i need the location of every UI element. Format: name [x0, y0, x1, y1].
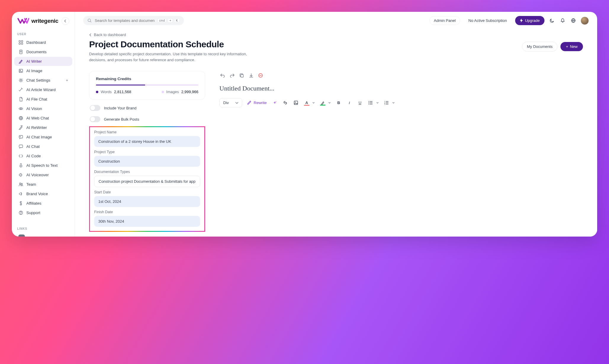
italic-icon[interactable]: I [347, 101, 352, 105]
image-icon[interactable] [293, 101, 299, 105]
sidebar-item-ai-chat-image[interactable]: AI Chat Image [14, 132, 72, 142]
sidebar-collapse-button[interactable] [62, 17, 69, 25]
logo-row: writegenic [12, 17, 75, 30]
eye-icon [18, 106, 23, 111]
svg-rect-28 [241, 75, 243, 77]
topbar: cmd+K Admin Panel No Active Subscription… [75, 12, 597, 30]
link-icon[interactable] [283, 101, 288, 105]
wand-icon [18, 87, 23, 92]
sidebar-item-ai-article-wizard[interactable]: AI Article Wizard [14, 85, 72, 94]
finish-date-input[interactable] [94, 216, 200, 227]
subscription-status[interactable]: No Active Subscription [464, 17, 511, 25]
logo[interactable]: writegenic [17, 18, 58, 24]
sidebar-item-ai-rewriter[interactable]: AI ReWriter [14, 123, 72, 132]
svg-point-16 [20, 136, 20, 137]
sidebar-item-team[interactable]: Team [14, 180, 72, 189]
block-type-select[interactable]: Div [219, 98, 242, 107]
highlight-icon[interactable] [320, 101, 325, 105]
plus-icon[interactable]: + [66, 78, 68, 82]
delete-icon[interactable] [258, 73, 263, 78]
underline-icon[interactable]: U [357, 101, 363, 105]
sidebar-item-ai-file-chat[interactable]: AI File Chat [14, 95, 72, 104]
plus-icon: + [566, 44, 568, 49]
sidebar-item-chat-settings[interactable]: Chat Settings+ [14, 76, 72, 85]
sidebar-item-dashboard[interactable]: Dashboard [14, 38, 72, 47]
user-avatar[interactable] [581, 17, 589, 25]
sidebar-item-ai-image[interactable]: AI Image [14, 66, 72, 75]
undo-icon[interactable] [220, 73, 225, 78]
project-name-input[interactable] [94, 136, 200, 147]
sidebar-item-label: AI Image [26, 69, 42, 73]
theme-toggle-icon[interactable] [549, 17, 555, 24]
language-icon[interactable] [570, 17, 576, 24]
mic-icon [18, 163, 23, 168]
svg-rect-2 [19, 43, 20, 44]
sidebar-item-label: Support [26, 211, 40, 215]
sidebar-item-ai-speech-to-text[interactable]: AI Speech to Text [14, 161, 72, 170]
sidebar-item-documents[interactable]: Documents [14, 47, 72, 56]
rewrite-button[interactable]: Rewrite [248, 101, 267, 105]
svg-rect-32 [294, 101, 298, 105]
help-icon [18, 210, 23, 215]
sidebar-item-affiliates[interactable]: Affiliates [14, 199, 72, 208]
sidebar-item-brand-voice[interactable]: Brand Voice [14, 189, 72, 198]
main: cmd+K Admin Panel No Active Subscription… [75, 12, 597, 237]
bulk-toggle[interactable] [90, 116, 100, 122]
bold-icon[interactable]: B [336, 101, 341, 105]
form-panel: Remaining Credits Words 2,811,568 Images [89, 71, 205, 234]
sidebar-item-ai-voiceover[interactable]: AI Voiceover [14, 170, 72, 179]
project-type-input[interactable] [94, 156, 200, 167]
sidebar: writegenic USER DashboardDocumentsAI Wri… [12, 12, 75, 237]
sidebar-item-support[interactable]: Support [14, 208, 72, 217]
sidebar-section-links: LINKS [12, 225, 75, 232]
sidebar-item-label: AI ReWriter [26, 125, 47, 130]
credits-title: Remaining Credits [96, 77, 198, 81]
back-link[interactable]: Back to dashboard [89, 33, 583, 37]
doc-types-input[interactable] [94, 176, 200, 187]
svg-text:3: 3 [384, 103, 385, 105]
svg-rect-3 [21, 43, 23, 44]
my-documents-button[interactable]: My Documents [522, 42, 558, 51]
sidebar-item-ai-web-chat[interactable]: AI Web Chat [14, 114, 72, 123]
ai-sparkle-icon[interactable] [272, 101, 277, 105]
new-button[interactable]: + New [560, 42, 583, 51]
svg-point-10 [20, 108, 22, 109]
text-color-icon[interactable]: A [304, 101, 309, 105]
admin-panel-link[interactable]: Admin Panel [429, 16, 460, 25]
sidebar-item-ai-chat[interactable]: AI Chat [14, 142, 72, 151]
form-highlight-frame: Project Name Project Type Documentation … [89, 126, 205, 232]
sidebar-item-ai-vision[interactable]: AI Vision [14, 104, 72, 113]
bullet-list-icon[interactable] [368, 101, 373, 105]
start-date-input[interactable] [94, 196, 200, 207]
download-icon[interactable] [248, 73, 254, 78]
sidebar-item-label: AI Speech to Text [26, 163, 58, 168]
brand-toggle-label: Include Your Brand [104, 106, 136, 110]
project-type-label: Project Type [94, 150, 200, 154]
image-icon [18, 68, 23, 73]
app-window: writegenic USER DashboardDocumentsAI Wri… [12, 12, 597, 237]
credits-bar [96, 85, 198, 85]
workspace: Remaining Credits Words 2,811,568 Images [89, 71, 583, 234]
sidebar-item-label: AI Chat [26, 144, 40, 149]
notifications-icon[interactable] [559, 17, 566, 24]
editor-panel: Untitled Document... Div Rewrite [219, 71, 583, 234]
copy-icon[interactable] [239, 73, 244, 78]
document-title[interactable]: Untitled Document... [219, 85, 583, 92]
sidebar-link-favorites[interactable]: FFavorites [14, 232, 72, 237]
sidebar-item-ai-code[interactable]: AI Code [14, 151, 72, 161]
users-icon [18, 182, 23, 187]
brand-toggle[interactable] [90, 105, 100, 111]
numbered-list-icon[interactable]: 123 [384, 101, 389, 105]
upgrade-button[interactable]: Upgrade [515, 16, 544, 25]
speaker-icon [18, 172, 23, 177]
svg-point-36 [369, 102, 369, 103]
search-input[interactable] [95, 18, 155, 23]
logo-text: writegenic [31, 18, 58, 24]
sidebar-item-ai-writer[interactable]: AI Writer [14, 57, 72, 66]
svg-rect-17 [19, 145, 23, 148]
link-badge: F [18, 234, 25, 237]
globe-icon [18, 116, 23, 121]
search-icon [87, 18, 92, 23]
redo-icon[interactable] [229, 73, 235, 78]
search-box[interactable]: cmd+K [83, 16, 184, 25]
